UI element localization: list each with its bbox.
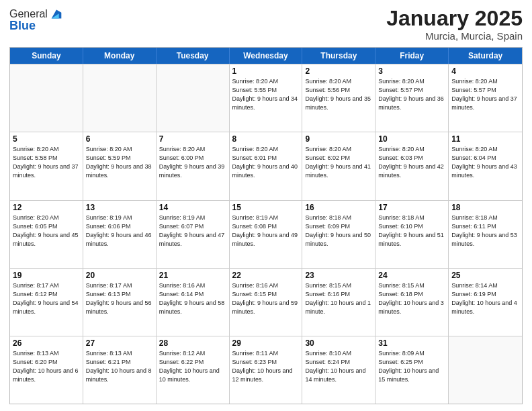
calendar-cell: 15Sunrise: 8:19 AM Sunset: 6:08 PM Dayli… bbox=[230, 201, 303, 268]
calendar-cell: 16Sunrise: 8:18 AM Sunset: 6:09 PM Dayli… bbox=[302, 201, 375, 268]
calendar-cell: 19Sunrise: 8:17 AM Sunset: 6:12 PM Dayli… bbox=[10, 269, 83, 336]
logo-icon bbox=[49, 7, 64, 21]
weekday-header: Thursday bbox=[302, 48, 375, 64]
calendar-cell: 5Sunrise: 8:20 AM Sunset: 5:58 PM Daylig… bbox=[10, 132, 83, 199]
cell-info: Sunrise: 8:20 AM Sunset: 6:03 PM Dayligh… bbox=[378, 145, 445, 180]
cell-info: Sunrise: 8:20 AM Sunset: 5:59 PM Dayligh… bbox=[86, 145, 153, 180]
cell-info: Sunrise: 8:09 AM Sunset: 6:25 PM Dayligh… bbox=[378, 349, 445, 384]
calendar-body: 1Sunrise: 8:20 AM Sunset: 5:55 PM Daylig… bbox=[10, 64, 522, 404]
weekday-header: Sunday bbox=[10, 48, 83, 64]
day-number: 8 bbox=[232, 134, 300, 144]
calendar-cell: 6Sunrise: 8:20 AM Sunset: 5:59 PM Daylig… bbox=[83, 132, 157, 199]
weekday-header: Saturday bbox=[449, 48, 522, 64]
weekday-header: Tuesday bbox=[157, 48, 230, 64]
day-number: 12 bbox=[13, 203, 80, 212]
day-number: 3 bbox=[378, 66, 445, 76]
calendar-cell: 12Sunrise: 8:20 AM Sunset: 6:05 PM Dayli… bbox=[10, 201, 83, 268]
calendar-cell: 21Sunrise: 8:16 AM Sunset: 6:14 PM Dayli… bbox=[157, 269, 230, 336]
day-number: 5 bbox=[13, 134, 80, 144]
cell-info: Sunrise: 8:18 AM Sunset: 6:10 PM Dayligh… bbox=[378, 214, 445, 248]
cell-info: Sunrise: 8:13 AM Sunset: 6:21 PM Dayligh… bbox=[86, 349, 153, 384]
day-number: 4 bbox=[451, 66, 519, 76]
cell-info: Sunrise: 8:16 AM Sunset: 6:14 PM Dayligh… bbox=[159, 281, 226, 316]
day-number: 26 bbox=[13, 338, 80, 348]
day-number: 1 bbox=[232, 66, 300, 76]
calendar-cell: 2Sunrise: 8:20 AM Sunset: 5:56 PM Daylig… bbox=[302, 64, 375, 132]
calendar-cell: 11Sunrise: 8:20 AM Sunset: 6:04 PM Dayli… bbox=[449, 132, 522, 199]
calendar-cell: 13Sunrise: 8:19 AM Sunset: 6:06 PM Dayli… bbox=[83, 201, 157, 268]
calendar-cell: 17Sunrise: 8:18 AM Sunset: 6:10 PM Dayli… bbox=[375, 201, 449, 268]
cell-info: Sunrise: 8:20 AM Sunset: 6:04 PM Dayligh… bbox=[451, 145, 519, 180]
cell-info: Sunrise: 8:20 AM Sunset: 6:00 PM Dayligh… bbox=[159, 145, 226, 180]
calendar-cell: 8Sunrise: 8:20 AM Sunset: 6:01 PM Daylig… bbox=[230, 132, 303, 199]
calendar-cell: 22Sunrise: 8:16 AM Sunset: 6:15 PM Dayli… bbox=[230, 269, 303, 336]
day-number: 22 bbox=[232, 271, 300, 280]
cell-info: Sunrise: 8:18 AM Sunset: 6:09 PM Dayligh… bbox=[305, 214, 372, 248]
day-number: 7 bbox=[159, 134, 226, 144]
cell-info: Sunrise: 8:12 AM Sunset: 6:22 PM Dayligh… bbox=[159, 349, 226, 384]
calendar-cell: 29Sunrise: 8:11 AM Sunset: 6:23 PM Dayli… bbox=[230, 336, 303, 404]
location-title: Murcia, Murcia, Spain bbox=[386, 30, 523, 42]
day-number: 6 bbox=[86, 134, 153, 144]
day-number: 25 bbox=[451, 271, 519, 280]
cell-info: Sunrise: 8:20 AM Sunset: 5:56 PM Dayligh… bbox=[305, 77, 372, 112]
calendar-row: 1Sunrise: 8:20 AM Sunset: 5:55 PM Daylig… bbox=[10, 64, 522, 132]
calendar-cell: 31Sunrise: 8:09 AM Sunset: 6:25 PM Dayli… bbox=[375, 336, 449, 404]
day-number: 28 bbox=[159, 338, 226, 348]
calendar-cell: 9Sunrise: 8:20 AM Sunset: 6:02 PM Daylig… bbox=[302, 132, 375, 199]
calendar-cell: 30Sunrise: 8:10 AM Sunset: 6:24 PM Dayli… bbox=[302, 336, 375, 404]
calendar-row: 26Sunrise: 8:13 AM Sunset: 6:20 PM Dayli… bbox=[10, 336, 522, 404]
day-number: 31 bbox=[378, 338, 445, 348]
cell-info: Sunrise: 8:14 AM Sunset: 6:19 PM Dayligh… bbox=[451, 281, 519, 316]
cell-info: Sunrise: 8:15 AM Sunset: 6:16 PM Dayligh… bbox=[305, 281, 372, 316]
day-number: 27 bbox=[86, 338, 153, 348]
day-number: 15 bbox=[232, 203, 300, 212]
day-number: 29 bbox=[232, 338, 300, 348]
cell-info: Sunrise: 8:20 AM Sunset: 6:05 PM Dayligh… bbox=[13, 214, 80, 248]
calendar-cell bbox=[157, 64, 230, 132]
calendar-cell: 26Sunrise: 8:13 AM Sunset: 6:20 PM Dayli… bbox=[10, 336, 83, 404]
calendar-cell: 14Sunrise: 8:19 AM Sunset: 6:07 PM Dayli… bbox=[157, 201, 230, 268]
title-block: January 2025 Murcia, Murcia, Spain bbox=[386, 7, 523, 42]
cell-info: Sunrise: 8:19 AM Sunset: 6:06 PM Dayligh… bbox=[86, 214, 153, 248]
calendar-page: General Blue January 2025 Murcia, Murcia… bbox=[0, 0, 532, 411]
cell-info: Sunrise: 8:17 AM Sunset: 6:12 PM Dayligh… bbox=[13, 281, 80, 316]
day-number: 14 bbox=[159, 203, 226, 212]
calendar-cell: 28Sunrise: 8:12 AM Sunset: 6:22 PM Dayli… bbox=[157, 336, 230, 404]
cell-info: Sunrise: 8:18 AM Sunset: 6:11 PM Dayligh… bbox=[451, 214, 519, 248]
calendar-cell: 18Sunrise: 8:18 AM Sunset: 6:11 PM Dayli… bbox=[449, 201, 522, 268]
header: General Blue January 2025 Murcia, Murcia… bbox=[9, 7, 523, 42]
calendar-row: 12Sunrise: 8:20 AM Sunset: 6:05 PM Dayli… bbox=[10, 200, 522, 268]
calendar-cell: 20Sunrise: 8:17 AM Sunset: 6:13 PM Dayli… bbox=[83, 269, 157, 336]
calendar-cell: 27Sunrise: 8:13 AM Sunset: 6:21 PM Dayli… bbox=[83, 336, 157, 404]
day-number: 11 bbox=[451, 134, 519, 144]
day-number: 9 bbox=[305, 134, 372, 144]
weekday-header: Monday bbox=[83, 48, 157, 64]
day-number: 10 bbox=[378, 134, 445, 144]
weekday-header: Friday bbox=[375, 48, 449, 64]
cell-info: Sunrise: 8:13 AM Sunset: 6:20 PM Dayligh… bbox=[13, 349, 80, 384]
calendar-cell: 3Sunrise: 8:20 AM Sunset: 5:57 PM Daylig… bbox=[375, 64, 449, 132]
cell-info: Sunrise: 8:19 AM Sunset: 6:08 PM Dayligh… bbox=[232, 214, 300, 248]
calendar-cell: 23Sunrise: 8:15 AM Sunset: 6:16 PM Dayli… bbox=[302, 269, 375, 336]
day-number: 21 bbox=[159, 271, 226, 280]
day-number: 18 bbox=[451, 203, 519, 212]
day-number: 30 bbox=[305, 338, 372, 348]
day-number: 16 bbox=[305, 203, 372, 212]
day-number: 23 bbox=[305, 271, 372, 280]
calendar-cell bbox=[10, 64, 83, 132]
day-number: 17 bbox=[378, 203, 445, 212]
calendar-cell: 10Sunrise: 8:20 AM Sunset: 6:03 PM Dayli… bbox=[375, 132, 449, 199]
day-number: 24 bbox=[378, 271, 445, 280]
cell-info: Sunrise: 8:20 AM Sunset: 5:55 PM Dayligh… bbox=[232, 77, 300, 112]
calendar-cell bbox=[449, 336, 522, 404]
calendar-cell bbox=[83, 64, 157, 132]
cell-info: Sunrise: 8:20 AM Sunset: 6:02 PM Dayligh… bbox=[305, 145, 372, 180]
calendar-cell: 1Sunrise: 8:20 AM Sunset: 5:55 PM Daylig… bbox=[230, 64, 303, 132]
cell-info: Sunrise: 8:20 AM Sunset: 5:57 PM Dayligh… bbox=[378, 77, 445, 112]
weekday-header: Wednesday bbox=[230, 48, 303, 64]
cell-info: Sunrise: 8:20 AM Sunset: 5:58 PM Dayligh… bbox=[13, 145, 80, 180]
day-number: 19 bbox=[13, 271, 80, 280]
cell-info: Sunrise: 8:20 AM Sunset: 5:57 PM Dayligh… bbox=[451, 77, 519, 112]
cell-info: Sunrise: 8:16 AM Sunset: 6:15 PM Dayligh… bbox=[232, 281, 300, 316]
